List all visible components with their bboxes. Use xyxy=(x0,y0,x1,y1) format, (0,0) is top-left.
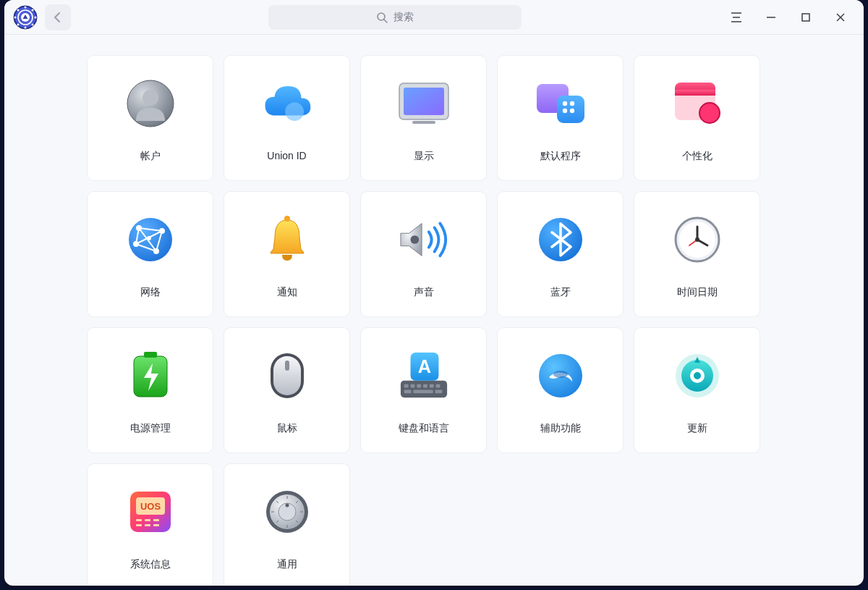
svg-rect-70 xyxy=(404,389,411,393)
svg-point-49 xyxy=(284,216,290,222)
svg-point-80 xyxy=(694,372,701,379)
svg-point-46 xyxy=(153,248,159,254)
card-union-id[interactable]: Union ID xyxy=(224,55,350,181)
svg-point-6 xyxy=(35,16,37,18)
card-accounts[interactable]: 帐户 xyxy=(87,55,213,181)
card-label: 时间日期 xyxy=(677,286,718,299)
maximize-button[interactable] xyxy=(788,0,823,35)
window-controls xyxy=(719,0,858,35)
settings-window: 搜索 xyxy=(4,0,864,586)
titlebar: 搜索 xyxy=(4,0,864,35)
svg-point-10 xyxy=(14,16,17,18)
svg-point-45 xyxy=(159,228,165,234)
card-sound[interactable]: 声音 xyxy=(360,191,487,317)
svg-rect-62 xyxy=(285,361,289,371)
settings-grid: 帐户 Union ID xyxy=(22,55,846,586)
card-label: 通用 xyxy=(277,558,297,571)
svg-point-50 xyxy=(410,235,419,244)
svg-point-76 xyxy=(553,371,568,378)
card-label: 显示 xyxy=(414,150,434,163)
svg-rect-71 xyxy=(413,389,433,393)
card-power[interactable]: 电源管理 xyxy=(87,327,213,453)
svg-point-36 xyxy=(699,103,720,123)
svg-line-13 xyxy=(384,20,387,22)
svg-rect-66 xyxy=(417,384,421,388)
svg-point-29 xyxy=(562,101,566,106)
card-personalization[interactable]: 个性化 xyxy=(634,55,760,181)
display-icon xyxy=(398,77,450,130)
svg-point-47 xyxy=(133,241,139,247)
card-keyboard-lang[interactable]: A 键盘和语言 xyxy=(360,327,487,453)
card-label: 更新 xyxy=(687,422,707,435)
back-button[interactable] xyxy=(45,4,71,30)
card-datetime[interactable]: 时间日期 xyxy=(634,191,760,317)
mouse-icon xyxy=(261,350,313,402)
svg-point-31 xyxy=(562,109,566,113)
svg-rect-88 xyxy=(145,524,150,526)
close-button[interactable] xyxy=(823,0,858,35)
svg-point-11 xyxy=(17,9,20,11)
svg-point-44 xyxy=(136,225,142,231)
content-area: 帐户 Union ID xyxy=(4,35,864,586)
network-icon xyxy=(124,214,176,266)
bell-icon xyxy=(261,214,313,266)
svg-point-101 xyxy=(285,504,289,507)
card-label: 鼠标 xyxy=(277,422,297,435)
menu-button[interactable] xyxy=(719,0,754,35)
clock-icon xyxy=(671,214,723,266)
card-bluetooth[interactable]: 蓝牙 xyxy=(497,191,624,317)
card-label: Union ID xyxy=(267,150,306,161)
accounts-icon xyxy=(124,77,176,130)
card-systeminfo[interactable]: UOS 系统信息 xyxy=(87,463,213,586)
personalization-icon xyxy=(671,77,723,130)
svg-rect-68 xyxy=(429,384,433,388)
svg-rect-35 xyxy=(675,90,715,96)
update-icon xyxy=(671,350,723,402)
svg-rect-69 xyxy=(435,384,440,388)
battery-icon xyxy=(124,350,176,402)
svg-point-5 xyxy=(32,9,34,11)
card-network[interactable]: 网络 xyxy=(87,191,213,317)
app-logo-icon xyxy=(13,5,38,30)
svg-text:A: A xyxy=(417,356,430,376)
svg-point-9 xyxy=(17,23,20,25)
card-label: 网络 xyxy=(140,286,161,299)
card-mouse[interactable]: 鼠标 xyxy=(224,327,350,453)
card-label: 系统信息 xyxy=(130,558,171,571)
svg-point-32 xyxy=(569,109,574,113)
search-icon xyxy=(376,12,388,23)
cloud-icon xyxy=(261,77,313,130)
svg-point-7 xyxy=(32,23,34,25)
sound-icon xyxy=(398,214,450,266)
svg-text:UOS: UOS xyxy=(140,501,161,512)
card-default-apps[interactable]: 默认程序 xyxy=(497,55,624,181)
card-label: 默认程序 xyxy=(540,150,581,163)
svg-rect-64 xyxy=(404,384,408,388)
card-label: 辅助功能 xyxy=(540,422,581,435)
svg-point-57 xyxy=(695,237,699,242)
svg-rect-18 xyxy=(802,14,809,21)
card-general[interactable]: 通用 xyxy=(224,463,350,586)
card-display[interactable]: 显示 xyxy=(360,55,487,181)
card-label: 个性化 xyxy=(682,150,712,163)
minimize-button[interactable] xyxy=(754,0,788,35)
svg-rect-59 xyxy=(144,352,157,358)
svg-rect-26 xyxy=(412,121,435,124)
svg-rect-72 xyxy=(435,389,442,393)
card-label: 电源管理 xyxy=(130,422,171,435)
svg-point-4 xyxy=(25,6,27,8)
search-placeholder: 搜索 xyxy=(393,11,414,24)
card-update[interactable]: 更新 xyxy=(634,327,760,453)
card-label: 通知 xyxy=(277,286,297,299)
systeminfo-icon: UOS xyxy=(124,486,176,538)
svg-point-48 xyxy=(147,236,151,240)
svg-rect-63 xyxy=(400,381,446,397)
svg-rect-86 xyxy=(153,519,159,521)
card-notification[interactable]: 通知 xyxy=(224,191,350,317)
search-input[interactable]: 搜索 xyxy=(268,5,522,30)
svg-rect-87 xyxy=(136,524,142,526)
default-apps-icon xyxy=(535,77,587,130)
bluetooth-icon xyxy=(535,214,587,266)
keyboard-icon: A xyxy=(398,350,450,402)
card-accessibility[interactable]: 辅助功能 xyxy=(497,327,624,453)
